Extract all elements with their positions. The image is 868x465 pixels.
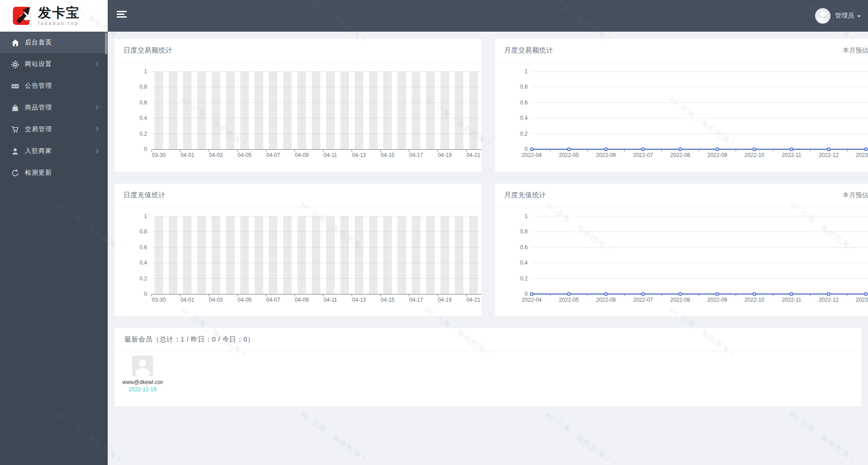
- sidebar-item-site-settings[interactable]: 网站设置: [0, 53, 108, 75]
- gear-icon: [11, 61, 19, 68]
- brand-subtitle: fakabao.top: [38, 21, 80, 26]
- svg-text:04-13: 04-13: [352, 152, 366, 158]
- daily-trade-card: 日度交易额统计 00.20.40.60.8103-3004-0104-0304-…: [114, 39, 482, 171]
- user-avatar: [815, 8, 830, 24]
- sidebar-item-label: 商品管理: [25, 104, 52, 112]
- svg-text:2022-08: 2022-08: [670, 152, 690, 158]
- svg-text:2022-10: 2022-10: [744, 152, 764, 158]
- svg-text:0.6: 0.6: [520, 244, 528, 251]
- svg-text:2022-04: 2022-04: [522, 152, 542, 158]
- svg-text:0.4: 0.4: [139, 260, 147, 266]
- user-menu[interactable]: 管理员: [815, 0, 861, 32]
- svg-text:04-03: 04-03: [209, 152, 223, 158]
- svg-text:0: 0: [144, 146, 147, 152]
- member-email: www@dkewl.com: [122, 379, 163, 385]
- svg-text:04-05: 04-05: [238, 152, 252, 158]
- svg-text:0.8: 0.8: [520, 84, 528, 90]
- svg-text:03-30: 03-30: [152, 297, 166, 303]
- product-bag-icon: [11, 104, 19, 112]
- sidebar-item-update-check[interactable]: 检测更新: [0, 162, 108, 184]
- svg-text:1: 1: [525, 213, 528, 219]
- svg-text:0.8: 0.8: [139, 84, 147, 90]
- svg-text:2022-09: 2022-09: [707, 152, 727, 158]
- member-register-date[interactable]: 2022-12-19: [121, 386, 164, 393]
- member-avatar: [132, 356, 153, 376]
- monthly-recharge-title: 月度充值统计: [504, 191, 546, 199]
- logo[interactable]: 发卡宝 fakabao.top: [0, 0, 108, 32]
- svg-text:04-19: 04-19: [438, 152, 452, 158]
- chevron-right-icon: [94, 149, 99, 153]
- monthly-trade-chart: 00.20.40.60.812022-042022-052022-062022-…: [495, 62, 868, 171]
- svg-text:2022-07: 2022-07: [633, 297, 653, 303]
- svg-text:2022-05: 2022-05: [559, 297, 579, 303]
- svg-text:04-17: 04-17: [409, 152, 423, 158]
- svg-text:0.6: 0.6: [139, 100, 147, 106]
- svg-text:0: 0: [525, 291, 528, 297]
- brand-logo-icon: [12, 4, 33, 28]
- latest-members-card: 最新会员（总计：1 / 昨日：0 / 今日：0） www@dkewl.com20…: [114, 328, 861, 406]
- main-content: 日度交易额统计 00.20.40.60.8103-3004-0104-0304-…: [108, 32, 868, 465]
- dashboard-page: { "colors": { "brand_red": "#e8221d", "h…: [0, 0, 868, 465]
- line-chart-svg: 00.20.40.60.812022-042022-052022-062022-…: [495, 207, 868, 316]
- sidebar-item-announcements[interactable]: NEW公告管理: [0, 75, 108, 97]
- line-chart-svg: 00.20.40.60.812022-042022-052022-062022-…: [495, 62, 868, 171]
- monthly-recharge-estimate: 本月预估：0元: [843, 191, 868, 199]
- svg-text:2022-12: 2022-12: [819, 152, 839, 158]
- sidebar-item-label: 公告管理: [25, 82, 52, 90]
- svg-text:2022-06: 2022-06: [596, 297, 616, 303]
- svg-text:2023-01: 2023-01: [856, 297, 868, 303]
- cart-icon: [11, 126, 19, 133]
- svg-text:04-09: 04-09: [295, 297, 309, 303]
- bar-chart-svg: 00.20.40.60.8103-3004-0104-0304-0504-070…: [114, 62, 482, 171]
- sidebar-item-products[interactable]: 商品管理: [0, 97, 108, 119]
- announcement-new-icon: NEW: [11, 82, 19, 90]
- svg-text:0.2: 0.2: [139, 275, 147, 282]
- sidebar-item-trade[interactable]: 交易管理: [0, 119, 108, 140]
- svg-text:0.6: 0.6: [520, 100, 528, 106]
- merchant-user-icon: [11, 147, 19, 155]
- svg-text:0.6: 0.6: [139, 244, 147, 251]
- sidebar-item-merchants[interactable]: 入驻商家: [0, 140, 108, 162]
- sidebar-item-label: 后台首页: [25, 38, 52, 47]
- svg-text:0.8: 0.8: [520, 228, 528, 235]
- svg-text:0: 0: [525, 146, 528, 152]
- svg-text:0: 0: [144, 291, 147, 297]
- svg-text:1: 1: [144, 213, 147, 219]
- svg-text:2022-07: 2022-07: [633, 152, 653, 158]
- brand-title: 发卡宝: [38, 6, 80, 19]
- bar-chart-svg: 00.20.40.60.8103-3004-0104-0304-0504-070…: [114, 207, 482, 316]
- svg-text:04-07: 04-07: [266, 152, 280, 158]
- svg-text:04-21: 04-21: [467, 297, 481, 303]
- svg-text:2022-11: 2022-11: [782, 297, 801, 303]
- svg-text:NEW: NEW: [12, 85, 19, 88]
- daily-recharge-card: 日度充值统计 00.20.40.60.8103-3004-0104-0304-0…: [114, 184, 482, 316]
- daily-trade-chart: 00.20.40.60.8103-3004-0104-0304-0504-070…: [114, 62, 482, 171]
- monthly-trade-card: 月度交易额统计 本月预估：0元 00.20.40.60.812022-04202…: [495, 39, 868, 171]
- member-item: www@dkewl.com2022-12-19: [121, 356, 164, 393]
- svg-text:04-01: 04-01: [181, 152, 195, 158]
- svg-text:0.4: 0.4: [520, 115, 528, 121]
- daily-recharge-chart: 00.20.40.60.8103-3004-0104-0304-0504-070…: [114, 207, 482, 316]
- sidebar-scrollbar-thumb[interactable]: [105, 33, 107, 54]
- daily-recharge-title: 日度充值统计: [124, 191, 166, 199]
- svg-text:0.8: 0.8: [139, 228, 147, 235]
- svg-text:04-11: 04-11: [324, 297, 337, 303]
- user-name: 管理员: [835, 12, 854, 20]
- sidebar-item-label: 网站设置: [25, 60, 52, 68]
- update-refresh-icon: [11, 169, 19, 177]
- chevron-down-icon: [857, 15, 861, 18]
- svg-text:04-11: 04-11: [324, 152, 337, 158]
- svg-text:04-19: 04-19: [438, 297, 452, 303]
- monthly-trade-title: 月度交易额统计: [504, 46, 553, 55]
- sidebar-item-label: 交易管理: [25, 125, 52, 133]
- sidebar-item-label: 检测更新: [25, 169, 52, 177]
- daily-trade-title: 日度交易额统计: [124, 46, 173, 55]
- sidebar-toggle-icon[interactable]: [117, 11, 127, 19]
- monthly-recharge-chart: 00.20.40.60.812022-042022-052022-062022-…: [495, 207, 868, 316]
- svg-text:2022-12: 2022-12: [819, 297, 839, 303]
- svg-text:2022-05: 2022-05: [559, 152, 579, 158]
- sidebar-item-home[interactable]: 后台首页: [0, 32, 108, 53]
- svg-text:0.2: 0.2: [520, 275, 528, 282]
- svg-text:0.2: 0.2: [139, 131, 147, 137]
- svg-text:2022-08: 2022-08: [670, 297, 690, 303]
